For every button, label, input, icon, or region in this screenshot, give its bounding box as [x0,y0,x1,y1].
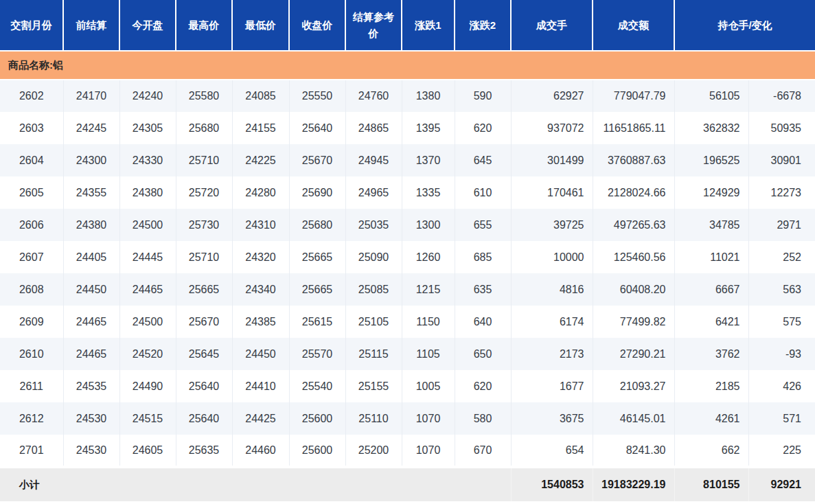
cell-prev-settle: 24405 [63,241,119,273]
cell-turnover: 21093.27 [593,370,674,402]
cell-change1: 1335 [402,176,455,209]
cell-change2: 620 [455,112,511,144]
table-header: 交割月份前结算今开盘最高价最低价收盘价结算参考价涨跌1涨跌2成交手成交额持仓手/… [0,0,815,51]
cell-settle-ref: 24945 [345,144,402,176]
subtotal-volume: 1540853 [511,467,593,501]
cell-prev-settle: 24245 [63,112,119,144]
cell-low: 24340 [232,273,289,306]
column-header-11: 成交额 [593,0,674,51]
cell-settle-ref: 24760 [345,80,402,112]
cell-volume: 10000 [511,241,593,273]
cell-prev-settle: 24530 [63,402,119,435]
contract-row-2605: 2605243552438025720242802569024965133561… [0,176,815,209]
column-header-9: 涨跌2 [455,0,511,51]
cell-turnover: 3760887.63 [593,144,674,176]
cell-close: 25570 [289,338,345,370]
cell-volume: 2173 [511,338,593,370]
cell-change2: 610 [455,176,511,209]
cell-change2: 645 [455,144,511,176]
cell-month: 2603 [0,112,63,144]
cell-open: 24330 [119,144,176,176]
cell-open-interest: 56105 [674,80,748,112]
commodity-name-label: 商品名称:铝 [0,51,815,80]
cell-volume: 654 [511,435,593,467]
cell-open-interest: 3762 [674,338,748,370]
cell-open-interest: 34785 [674,209,748,241]
cell-settle-ref: 25155 [345,370,402,402]
cell-turnover: 125460.56 [593,241,674,273]
cell-volume: 39725 [511,209,593,241]
cell-oi-change: 225 [748,435,815,467]
cell-change2: 655 [455,209,511,241]
cell-month: 2609 [0,306,63,338]
cell-low: 24320 [232,241,289,273]
cell-prev-settle: 24450 [63,273,119,306]
column-header-2: 前结算 [63,0,119,51]
cell-low: 24425 [232,402,289,435]
cell-high: 25680 [176,112,232,144]
cell-close: 25600 [289,402,345,435]
cell-month: 2611 [0,370,63,402]
cell-turnover: 2128024.66 [593,176,674,209]
cell-open-interest: 4261 [674,402,748,435]
cell-change1: 1395 [402,112,455,144]
cell-low: 24155 [232,112,289,144]
cell-volume: 170461 [511,176,593,209]
cell-prev-settle: 24465 [63,306,119,338]
cell-oi-change: 571 [748,402,815,435]
cell-high: 25730 [176,209,232,241]
cell-prev-settle: 24300 [63,144,119,176]
cell-close: 25615 [289,306,345,338]
cell-turnover: 77499.82 [593,306,674,338]
subtotal-open-interest: 810155 [674,467,748,501]
futures-quotes-table: 交割月份前结算今开盘最高价最低价收盘价结算参考价涨跌1涨跌2成交手成交额持仓手/… [0,0,815,501]
cell-change1: 1370 [402,144,455,176]
contract-row-2607: 2607244052444525710243202566525090126068… [0,241,815,273]
cell-month: 2612 [0,402,63,435]
cell-low: 24310 [232,209,289,241]
cell-high: 25645 [176,338,232,370]
cell-low: 24280 [232,176,289,209]
cell-open: 24240 [119,80,176,112]
cell-turnover: 11651865.11 [593,112,674,144]
cell-settle-ref: 25115 [345,338,402,370]
cell-change1: 1005 [402,370,455,402]
cell-change2: 640 [455,306,511,338]
column-header-6: 收盘价 [289,0,345,51]
contract-row-2612: 2612245302451525640244252560025110107058… [0,402,815,435]
cell-open: 24500 [119,209,176,241]
contract-row-2602: 2602241702424025580240852555024760138059… [0,80,815,112]
cell-change1: 1070 [402,402,455,435]
column-header-10: 成交手 [511,0,593,51]
column-header-5: 最低价 [232,0,289,51]
cell-open: 24305 [119,112,176,144]
cell-oi-change: 426 [748,370,815,402]
cell-change2: 635 [455,273,511,306]
cell-prev-settle: 24535 [63,370,119,402]
cell-change2: 580 [455,402,511,435]
cell-prev-settle: 24170 [63,80,119,112]
cell-settle-ref: 24865 [345,112,402,144]
cell-open-interest: 124929 [674,176,748,209]
cell-change1: 1215 [402,273,455,306]
cell-oi-change: 563 [748,273,815,306]
contract-row-2610: 2610244652452025645244502557025115110565… [0,338,815,370]
cell-change1: 1070 [402,435,455,467]
cell-prev-settle: 24530 [63,435,119,467]
cell-oi-change: 50935 [748,112,815,144]
cell-open-interest: 11021 [674,241,748,273]
cell-oi-change: 575 [748,306,815,338]
cell-open: 24490 [119,370,176,402]
cell-volume: 1677 [511,370,593,402]
cell-close: 25665 [289,273,345,306]
cell-high: 25720 [176,176,232,209]
contract-row-2603: 2603242452430525680241552564024865139562… [0,112,815,144]
cell-change2: 590 [455,80,511,112]
cell-settle-ref: 25035 [345,209,402,241]
column-header-7: 结算参考价 [345,0,402,51]
cell-close: 25680 [289,209,345,241]
cell-close: 25600 [289,435,345,467]
cell-oi-change: -93 [748,338,815,370]
commodity-name-row: 商品名称:铝 [0,51,815,80]
cell-open: 24515 [119,402,176,435]
